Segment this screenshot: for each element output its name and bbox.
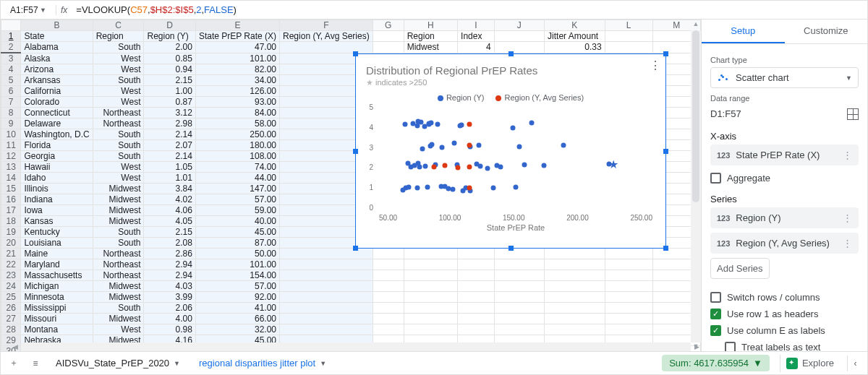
column-header[interactable]: L <box>605 20 652 31</box>
row-header[interactable]: 18 <box>1 216 21 227</box>
cell[interactable]: Kentucky <box>21 227 93 238</box>
column-header[interactable]: K <box>545 20 605 31</box>
cell[interactable]: South <box>93 151 144 162</box>
cell[interactable] <box>458 281 495 292</box>
sidebar-tab-customize[interactable]: Customize <box>785 20 868 43</box>
cell[interactable] <box>404 303 457 314</box>
cell[interactable]: Massachusetts <box>21 270 93 281</box>
cell[interactable]: Colorado <box>21 97 93 108</box>
cell[interactable]: Northeast <box>93 118 144 129</box>
cell[interactable]: South <box>93 42 144 53</box>
cell[interactable] <box>605 292 652 303</box>
cell[interactable] <box>280 281 373 292</box>
cell[interactable]: Midwest <box>93 205 144 216</box>
row-header[interactable]: 26 <box>1 303 21 314</box>
cell[interactable]: 87.00 <box>195 238 279 249</box>
cell[interactable] <box>280 249 373 259</box>
cell[interactable]: Region <box>404 31 457 42</box>
cell[interactable] <box>373 249 404 259</box>
cell[interactable]: 3.12 <box>144 108 195 118</box>
column-header[interactable]: H <box>404 20 457 31</box>
column-header[interactable]: F <box>280 20 373 31</box>
cell[interactable] <box>605 249 652 259</box>
cell[interactable]: 180.00 <box>195 140 279 151</box>
cell[interactable]: 2.00 <box>144 42 195 53</box>
cell[interactable]: Michigan <box>21 281 93 292</box>
row-header[interactable]: 1 <box>1 31 21 42</box>
horizontal-scrollbar[interactable]: ◀▶ <box>21 342 691 351</box>
cell[interactable]: 57.00 <box>195 281 279 292</box>
row-header[interactable]: 19 <box>1 227 21 238</box>
row-header[interactable]: 20 <box>1 238 21 249</box>
cell[interactable]: 47.00 <box>195 42 279 53</box>
cell[interactable] <box>494 42 544 53</box>
cell[interactable]: Illinois <box>21 184 93 194</box>
column-header[interactable]: I <box>458 20 495 31</box>
row-header[interactable]: 27 <box>1 314 21 324</box>
use-row1-headers-checkbox[interactable]: Use row 1 as headers <box>710 306 859 322</box>
cell[interactable] <box>545 259 605 270</box>
chart-menu-icon[interactable]: ⋮ <box>650 59 661 72</box>
row-header[interactable]: 8 <box>1 108 21 118</box>
cell[interactable] <box>373 42 404 53</box>
cell[interactable]: 4.05 <box>144 216 195 227</box>
cell[interactable]: Minnesota <box>21 292 93 303</box>
cell[interactable] <box>458 314 495 324</box>
cell[interactable]: 32.00 <box>195 324 279 335</box>
cell[interactable]: 101.00 <box>195 259 279 270</box>
cell[interactable] <box>404 281 457 292</box>
cell[interactable] <box>373 259 404 270</box>
cell[interactable]: 92.00 <box>195 292 279 303</box>
cell[interactable]: Midwest <box>93 184 144 194</box>
cell[interactable] <box>373 281 404 292</box>
row-header[interactable]: 9 <box>1 118 21 129</box>
cell[interactable]: Northeast <box>93 108 144 118</box>
resize-handle[interactable] <box>663 51 668 56</box>
cell[interactable] <box>458 324 495 335</box>
cell[interactable] <box>373 314 404 324</box>
cell[interactable]: Northeast <box>93 270 144 281</box>
cell[interactable]: South <box>93 238 144 249</box>
cell[interactable]: Hawaii <box>21 162 93 173</box>
cell[interactable]: 147.00 <box>195 184 279 194</box>
cell[interactable]: Indiana <box>21 194 93 205</box>
cell[interactable]: Maine <box>21 249 93 259</box>
cell[interactable]: Arizona <box>21 64 93 75</box>
cell[interactable] <box>280 314 373 324</box>
cell[interactable]: 41.00 <box>195 303 279 314</box>
cell[interactable] <box>605 42 652 53</box>
cell[interactable]: South <box>93 75 144 86</box>
row-header[interactable]: 23 <box>1 270 21 281</box>
cell[interactable] <box>404 249 457 259</box>
column-header[interactable]: G <box>373 20 404 31</box>
cell[interactable] <box>404 314 457 324</box>
cell[interactable] <box>280 292 373 303</box>
data-range-input[interactable]: D1:F57 <box>710 105 843 122</box>
cell[interactable] <box>545 324 605 335</box>
cell[interactable]: Maryland <box>21 259 93 270</box>
cell[interactable]: Georgia <box>21 151 93 162</box>
cell[interactable] <box>280 303 373 314</box>
cell[interactable] <box>494 249 544 259</box>
cell[interactable] <box>545 270 605 281</box>
cell[interactable]: 2.07 <box>144 140 195 151</box>
cell[interactable]: 154.00 <box>195 270 279 281</box>
more-icon[interactable]: ⋮ <box>843 238 852 249</box>
cell[interactable]: Idaho <box>21 173 93 184</box>
scroll-thumb[interactable] <box>692 30 699 202</box>
cell[interactable] <box>404 270 457 281</box>
cell[interactable]: West <box>93 86 144 97</box>
row-header[interactable]: 24 <box>1 281 21 292</box>
cell[interactable]: 84.00 <box>195 108 279 118</box>
cell[interactable]: 59.00 <box>195 205 279 216</box>
cell[interactable]: 66.00 <box>195 314 279 324</box>
switch-rows-columns-checkbox[interactable]: Switch rows / columns <box>710 289 859 306</box>
cell[interactable]: 4.03 <box>144 281 195 292</box>
cell[interactable]: Arkansas <box>21 75 93 86</box>
cell[interactable]: 2.98 <box>144 118 195 129</box>
cell[interactable]: 2.15 <box>144 227 195 238</box>
sum-indicator[interactable]: Sum: 4617.635954▼ <box>662 355 770 371</box>
cell[interactable]: 250.00 <box>195 129 279 140</box>
cell[interactable]: 1.05 <box>144 162 195 173</box>
cell[interactable]: Midwest <box>93 216 144 227</box>
